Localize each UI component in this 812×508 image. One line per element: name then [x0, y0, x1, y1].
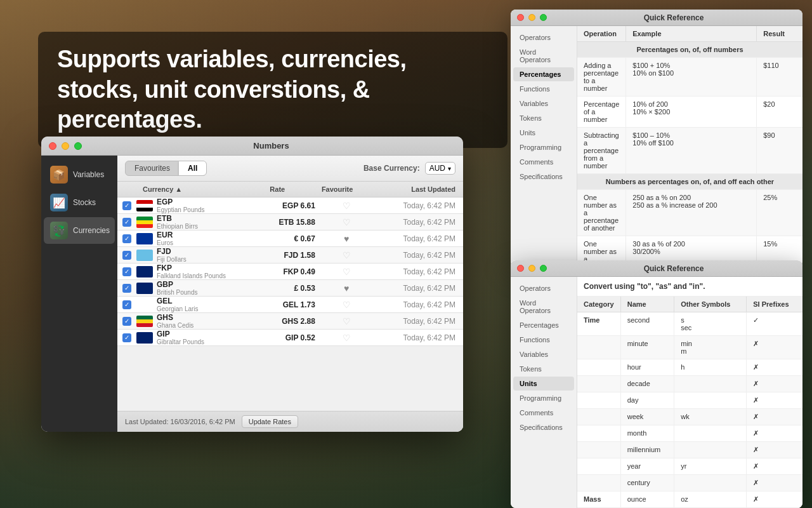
table-row[interactable]: ✓ GHS Ghana Cedis GHS 2.88 ♡ Today, 6:42…: [117, 313, 463, 330]
favourite-cell[interactable]: ♡: [315, 313, 378, 330]
favourite-cell[interactable]: ♡: [315, 330, 378, 346]
col-lastupdated[interactable]: Last Updated: [378, 182, 463, 197]
main-content: Favourites All Base Currency: AUD ▾ Curr…: [117, 156, 463, 432]
rate-cell: GEL 1.73: [263, 297, 315, 313]
qr1-section2-header: Numbers as percentages on, of, and off e…: [577, 174, 802, 190]
qr2-sidebar-item-functions[interactable]: Functions: [513, 333, 574, 347]
date-cell: Today, 6:42 PM: [378, 313, 463, 330]
qr1-sidebar-item-units[interactable]: Units: [513, 126, 574, 140]
qr2-row: Time second s sec ✓: [577, 312, 802, 336]
qr2-sidebar-item-units[interactable]: Units: [513, 377, 574, 391]
qr1-sidebar-item-programming[interactable]: Programming: [513, 140, 574, 154]
qr1-maximize-button[interactable]: [540, 14, 547, 21]
currency-name: Fiji Dollars: [157, 256, 187, 263]
qr2-si: ✗: [747, 425, 802, 442]
qr1-sidebar-item-operators[interactable]: Operators: [513, 30, 574, 44]
maximize-button[interactable]: [74, 142, 82, 150]
qr2-minimize-button[interactable]: [528, 265, 535, 272]
qr1-example: 250 as a % on 200 250 as a % increase of…: [626, 190, 757, 236]
col-favourite[interactable]: Favourite: [315, 182, 378, 197]
qr1-sidebar-item-word-operators[interactable]: Word Operators: [513, 45, 574, 67]
qr2-name: day: [620, 392, 674, 409]
row-checkbox[interactable]: ✓: [122, 201, 131, 210]
table-row[interactable]: ✓ ETB Ethiopian Birrs ETB 15.88 ♡ Today,…: [117, 214, 463, 231]
favourite-cell[interactable]: ♡: [315, 197, 378, 214]
qr2-sidebar-item-percentages[interactable]: Percentages: [513, 318, 574, 332]
qr1-sidebar-item-tokens[interactable]: Tokens: [513, 111, 574, 125]
qr2-category: [577, 475, 620, 491]
qr2-maximize-button[interactable]: [540, 265, 547, 272]
favourite-cell[interactable]: ♡: [315, 297, 378, 313]
col-rate[interactable]: Rate: [263, 182, 315, 197]
qr2-si: ✗: [747, 336, 802, 359]
qr1-close-button[interactable]: [517, 14, 524, 21]
qr2-sidebar-item-word-operators[interactable]: Word Operators: [513, 296, 574, 318]
favourite-cell[interactable]: ♡: [315, 214, 378, 231]
date-cell: Today, 6:42 PM: [378, 280, 463, 297]
row-checkbox[interactable]: ✓: [122, 317, 131, 326]
col-currency[interactable]: Currency ▲: [136, 182, 263, 197]
row-checkbox[interactable]: ✓: [122, 300, 131, 309]
qr1-sidebar-item-specifications[interactable]: Specifications: [513, 170, 574, 184]
table-row[interactable]: ✓ EUR Euros € 0.67 ♥ Today, 6:42 PM: [117, 231, 463, 247]
minimize-button[interactable]: [62, 142, 69, 150]
table-row[interactable]: ✓ FKP Falkland Islands Pounds FKP 0.49 ♡…: [117, 264, 463, 280]
row-checkbox[interactable]: ✓: [122, 284, 131, 293]
qr2-close-button[interactable]: [517, 265, 524, 272]
qr2-symbols: [674, 392, 747, 409]
table-row[interactable]: ✓ GBP British Pounds £ 0.53 ♥ Today, 6:4…: [117, 280, 463, 297]
qr2-symbols: [674, 442, 747, 458]
date-cell: Today, 6:42 PM: [378, 297, 463, 313]
table-row[interactable]: ✓ EGP Egyptian Pounds EGP 6.61 ♡ Today, …: [117, 197, 463, 214]
qr2-symbols: yr: [674, 458, 747, 475]
qr1-minimize-button[interactable]: [528, 14, 535, 21]
sidebar-item-stocks[interactable]: 📈 Stocks: [44, 189, 115, 216]
qr2-symbols: wk: [674, 409, 747, 425]
update-rates-button[interactable]: Update Rates: [242, 415, 298, 428]
row-checkbox[interactable]: ✓: [122, 267, 131, 276]
qr2-col-symbols: Other Symbols: [674, 297, 747, 312]
table-row[interactable]: ✓ GEL Georgian Laris GEL 1.73 ♡ Today, 6…: [117, 297, 463, 313]
row-checkbox[interactable]: ✓: [122, 333, 131, 342]
qr2-col-si: SI Prefixes: [747, 297, 802, 312]
table-row[interactable]: ✓ GIP Gibraltar Pounds GIP 0.52 ♡ Today,…: [117, 330, 463, 346]
favourite-cell[interactable]: ♥: [315, 280, 378, 297]
tab-all[interactable]: All: [179, 161, 206, 175]
qr2-sidebar-item-specifications[interactable]: Specifications: [513, 420, 574, 434]
row-checkbox[interactable]: ✓: [122, 251, 131, 260]
favourite-cell[interactable]: ♡: [315, 264, 378, 280]
row-checkbox[interactable]: ✓: [122, 218, 131, 227]
row-checkbox[interactable]: ✓: [122, 234, 131, 243]
date-cell: Today, 6:42 PM: [378, 214, 463, 231]
qr1-sidebar-item-functions[interactable]: Functions: [513, 82, 574, 96]
sidebar-item-currencies[interactable]: 💱 Currencies: [44, 217, 115, 244]
qr1-result: $20: [757, 97, 802, 128]
sidebar-item-variables[interactable]: 📦 Variables: [44, 161, 115, 188]
qr2-row: year yr ✗: [577, 458, 802, 475]
favourite-cell[interactable]: ♥: [315, 231, 378, 247]
qr-window-units: Quick Reference OperatorsWord OperatorsP…: [511, 260, 802, 508]
base-currency-select[interactable]: AUD ▾: [425, 162, 455, 175]
qr1-main: Operation Example Result Percentages on,…: [577, 26, 802, 267]
qr1-result: 25%: [757, 190, 802, 236]
favourite-cell[interactable]: ♡: [315, 247, 378, 264]
rate-cell: FJD 1.58: [263, 247, 315, 264]
currency-name: British Pounds: [157, 289, 197, 296]
table-row[interactable]: ✓ FJD Fiji Dollars FJD 1.58 ♡ Today, 6:4…: [117, 247, 463, 264]
qr2-si: ✗: [747, 392, 802, 409]
qr2-sidebar-item-operators[interactable]: Operators: [513, 281, 574, 295]
close-button[interactable]: [49, 142, 56, 150]
qr2-sidebar-item-programming[interactable]: Programming: [513, 391, 574, 405]
qr1-sidebar-item-percentages[interactable]: Percentages: [513, 67, 574, 81]
app-sidebar: 📦 Variables 📈 Stocks 💱 Currencies: [41, 156, 117, 432]
qr2-sidebar-item-comments[interactable]: Comments: [513, 406, 574, 420]
qr1-sidebar-item-comments[interactable]: Comments: [513, 155, 574, 169]
tab-favourites[interactable]: Favourites: [126, 161, 179, 175]
sidebar-label-variables: Variables: [73, 170, 104, 179]
qr1-sidebar: OperatorsWord OperatorsPercentagesFuncti…: [511, 26, 577, 267]
currency-code: EUR: [157, 231, 173, 239]
qr2-row: millennium ✗: [577, 442, 802, 458]
qr2-sidebar-item-tokens[interactable]: Tokens: [513, 362, 574, 376]
qr1-sidebar-item-variables[interactable]: Variables: [513, 97, 574, 110]
qr2-sidebar-item-variables[interactable]: Variables: [513, 347, 574, 361]
